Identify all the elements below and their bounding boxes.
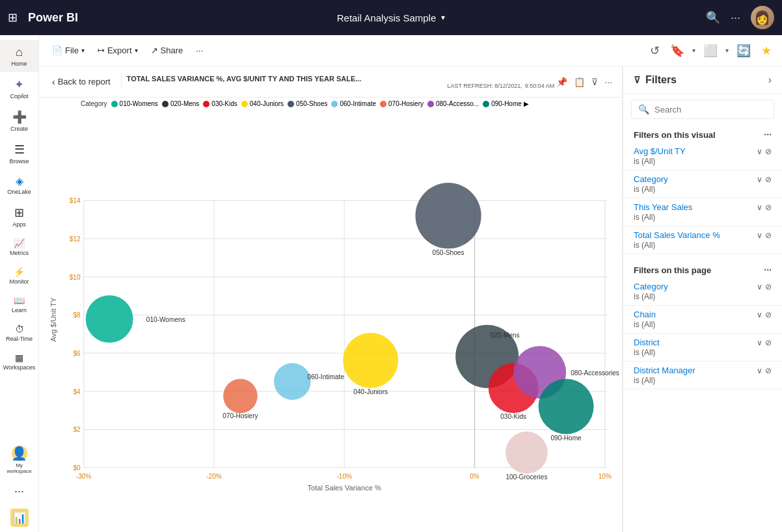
file-label: File: [65, 46, 79, 55]
svg-text:010-Womens: 010-Womens: [146, 316, 185, 323]
toolbar-more-button[interactable]: ···: [191, 43, 208, 58]
filter-visual-button[interactable]: ⊽: [589, 75, 600, 89]
sidebar-item-workspaces[interactable]: ▦ Workspaces: [0, 347, 38, 376]
sidebar-label-home: Home: [11, 60, 27, 67]
filter-district-clear[interactable]: ⊘: [765, 338, 772, 347]
bubble-070-hosiery[interactable]: [223, 379, 258, 414]
filter-item-this-year-sales: This Year Sales ∨ ⊘ is (All): [623, 198, 782, 226]
filter-district-manager-expand[interactable]: ∨: [757, 366, 762, 375]
filter-avg-unit-clear[interactable]: ⊘: [765, 147, 772, 156]
sidebar-item-realtime[interactable]: ⏱ Real-Time: [0, 319, 38, 347]
svg-text:040-Juniors: 040-Juniors: [353, 388, 388, 395]
bubble-010-womens[interactable]: [86, 295, 133, 343]
filter-chain-clear[interactable]: ⊘: [765, 310, 772, 319]
refresh-button[interactable]: 🔄: [734, 41, 753, 60]
bubble-090-home[interactable]: [539, 379, 594, 434]
sidebar-item-myworkspace[interactable]: 👤 My workspace: [0, 440, 38, 479]
more-visual-button[interactable]: ···: [602, 75, 614, 89]
bookmark-button[interactable]: 🔖: [667, 41, 687, 60]
sidebar-item-home[interactable]: ⌂ Home: [0, 40, 38, 72]
filter-district-manager-clear[interactable]: ⊘: [765, 366, 772, 375]
sidebar-item-create[interactable]: ➕ Create: [0, 105, 38, 137]
sidebar-item-copilot[interactable]: ✦ Copilot: [0, 72, 38, 105]
filter-this-year-sales-clear[interactable]: ⊘: [765, 203, 772, 212]
toolbar-right: ↺ 🔖 ▾ ⬜ ▾ 🔄 ★: [647, 41, 774, 60]
chart-container: Avg $/Unit TY $0 $2: [39, 107, 622, 532]
legend-dot-080: [427, 101, 434, 107]
avatar[interactable]: 👩: [751, 6, 774, 29]
copy-visual-button[interactable]: 📋: [572, 75, 587, 89]
legend-item-030: 030-Kids: [203, 100, 237, 107]
back-to-report-button[interactable]: ‹ Back to report: [47, 74, 116, 90]
sidebar-item-browse[interactable]: ☰ Browse: [0, 137, 38, 170]
filter-page-category-expand[interactable]: ∨: [757, 282, 762, 291]
svg-text:100-Groceries: 100-Groceries: [506, 473, 547, 481]
filters-expand-icon[interactable]: ›: [768, 74, 772, 86]
legend-label-020: 020-Mens: [170, 100, 199, 107]
monitor-icon: ⚡: [14, 267, 25, 277]
favorite-button[interactable]: ★: [759, 41, 774, 60]
home-icon: ⌂: [16, 46, 23, 59]
view-chevron[interactable]: ▾: [725, 47, 729, 54]
filter-search-box[interactable]: 🔍: [631, 100, 774, 119]
filter-category-expand[interactable]: ∨: [757, 175, 762, 184]
more-nav-icon[interactable]: ···: [731, 11, 740, 25]
bubble-040-juniors[interactable]: [343, 333, 398, 388]
filters-panel: ⊽ Filters › 🔍 Filters on this visual ···: [623, 66, 782, 532]
filter-page-category-clear[interactable]: ⊘: [765, 282, 772, 291]
search-input[interactable]: [654, 105, 767, 114]
sidebar-item-monitor[interactable]: ⚡ Monitor: [0, 261, 38, 290]
filter-avg-unit-expand[interactable]: ∨: [757, 147, 762, 156]
legend-dot-010: [111, 101, 118, 107]
share-button[interactable]: ↗ Share: [146, 43, 189, 58]
filters-page-more-icon[interactable]: ···: [764, 265, 772, 275]
filters-visual-more-icon[interactable]: ···: [764, 129, 772, 140]
filter-item-category: Category ∨ ⊘ is (All): [623, 170, 782, 198]
visual-panel: ‹ Back to report TOTAL SALES VARIANCE %,…: [39, 66, 623, 532]
file-button[interactable]: 📄 File ▾: [47, 43, 90, 58]
filter-total-variance-expand[interactable]: ∨: [757, 231, 762, 240]
export-button[interactable]: ↦ Export ▾: [92, 43, 143, 58]
file-chevron-icon: ▾: [81, 47, 85, 54]
filter-category-name: Category: [634, 174, 668, 184]
more-sidebar-icon: ···: [14, 485, 24, 498]
myworkspace-icon: 👤: [12, 446, 27, 461]
pin-visual-button[interactable]: 📌: [554, 75, 569, 89]
filter-chain-name: Chain: [634, 310, 656, 319]
filter-district-name: District: [634, 338, 660, 347]
sidebar-item-apps[interactable]: ⊞ Apps: [0, 200, 38, 233]
svg-text:060-Intimate: 060-Intimate: [308, 373, 345, 380]
svg-text:$10: $10: [70, 274, 81, 281]
filter-this-year-sales-expand[interactable]: ∨: [757, 203, 762, 212]
report-title-chevron[interactable]: ▾: [441, 13, 445, 22]
export-label: Export: [107, 46, 132, 55]
filter-chain-expand[interactable]: ∨: [757, 310, 762, 319]
bookmark-chevron[interactable]: ▾: [692, 47, 695, 54]
waffle-icon[interactable]: ⊞: [8, 10, 18, 25]
visual-header-actions: 📌 📋 ⊽ ···: [554, 75, 614, 89]
sidebar-label-create: Create: [10, 126, 28, 132]
filter-district-expand[interactable]: ∨: [757, 338, 762, 347]
bubble-100-groceries[interactable]: [506, 431, 548, 473]
back-chevron-icon: ‹: [52, 77, 55, 87]
onelake-icon: ◈: [16, 175, 23, 187]
sidebar-item-more[interactable]: ···: [0, 479, 38, 503]
sidebar-item-learn[interactable]: 📖 Learn: [0, 290, 38, 319]
search-nav-icon[interactable]: 🔍: [706, 10, 720, 25]
svg-text:10%: 10%: [599, 473, 612, 480]
filter-total-variance-clear[interactable]: ⊘: [765, 231, 772, 240]
sidebar-item-onelake[interactable]: ◈ OneLake: [0, 170, 38, 200]
undo-button[interactable]: ↺: [647, 41, 662, 60]
header-divider: [121, 74, 122, 90]
view-button[interactable]: ⬜: [701, 41, 720, 60]
y-axis-label: Avg $/Unit TY: [49, 297, 57, 342]
bubble-050-shoes[interactable]: [415, 183, 481, 248]
sidebar-label-monitor: Monitor: [9, 278, 29, 285]
filter-category-clear[interactable]: ⊘: [765, 175, 772, 184]
svg-text:$6: $6: [73, 350, 81, 357]
sidebar-item-metrics[interactable]: 📈 Metrics: [0, 233, 38, 261]
bubble-060-intimate[interactable]: [274, 363, 311, 400]
legend-label-080: 080-Accesso...: [436, 100, 479, 107]
back-label: Back to report: [58, 77, 111, 86]
filters-title: ⊽ Filters: [634, 74, 768, 86]
